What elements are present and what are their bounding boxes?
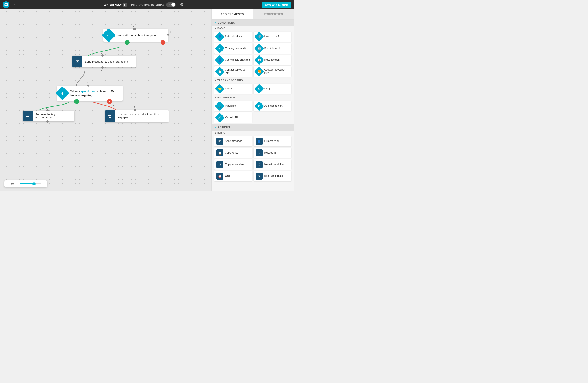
actions-label: ACTIONS (218, 126, 230, 129)
main-layout: 🏷 Wait until the tag is not_engaged 7 0 … (0, 9, 294, 192)
topbar-center: WATCH NOW ▶ INTERACTIVE TUTORIAL OFF ⚙ (28, 2, 259, 7)
copy-list-icon: 📋 (216, 150, 223, 156)
element-special-event[interactable]: 🆕 Special event (253, 43, 292, 54)
toggle-knob (171, 3, 175, 7)
basic-subsection: ▲ BASIC (211, 26, 294, 30)
save-publish-button[interactable]: Save and publish (261, 2, 292, 8)
contact-copied-icon: 📋 (215, 67, 225, 76)
app-logo (2, 1, 9, 8)
condition-link-node[interactable]: ⚙ When a specific link is clicked in E-b… (57, 86, 123, 101)
element-if-tag[interactable]: 🏷 If tag... (253, 84, 292, 94)
conditions-label: CONDITIONS (218, 21, 235, 24)
workflow-canvas[interactable]: 🏷 Wait until the tag is not_engaged 7 0 … (0, 9, 211, 192)
send-message-label: Send message: E-book retargeting (82, 58, 131, 65)
dot-label-0-rt: 0 (46, 107, 47, 109)
zoom-slider-thumb[interactable] (33, 182, 36, 185)
settings-button[interactable]: ⚙ (180, 2, 183, 7)
element-move-to-list[interactable]: → Move to list (253, 148, 292, 158)
element-message-opened[interactable]: ✉ Message opened? (214, 43, 252, 54)
dot-bottom-rt (46, 120, 49, 123)
dot-label-0-r: 0 (170, 31, 171, 33)
element-message-sent[interactable]: 💌 Message sent (253, 55, 292, 65)
remove-tag-label: Remove the tag: not_engaged (33, 111, 74, 121)
remove-list-label: Remove from current list and this workfl… (115, 110, 168, 122)
dot-top-rl (134, 109, 136, 111)
send-message-icon: ✉ (216, 138, 223, 145)
copy-workflow-icon: ⚙ (216, 161, 223, 168)
element-abandoned-cart[interactable]: 🛍 Abandoned cart (253, 101, 292, 111)
zoom-fit-button[interactable]: ◻ (6, 182, 9, 186)
element-wait[interactable]: ⏰ Wait (214, 171, 252, 181)
zoom-slider-fill (20, 183, 34, 184)
conditions-basic-grid: 👤 Subscribed via... 🔗 Link clicked? ✉ Me… (211, 30, 294, 78)
watch-now-button[interactable]: WATCH NOW ▶ (104, 3, 127, 7)
message-opened-icon: ✉ (215, 43, 225, 53)
dot-top-sm (101, 54, 104, 57)
no-count: 5 (113, 105, 114, 107)
zoom-frame-button[interactable]: ▭ (11, 182, 14, 186)
remove-list-node[interactable]: 🗑 Remove from current list and this work… (105, 110, 168, 122)
actions-basic-grid: ✉ Send message 👤 Custom field 📋 Copy to … (211, 135, 294, 183)
remove-tag-node[interactable]: 🏷 Remove the tag: not_engaged 0 0 (23, 111, 74, 121)
score-icon: ⭐ (215, 84, 225, 94)
dot-label-7c: 7 (101, 69, 102, 71)
link-clicked-icon: 🔗 (254, 32, 264, 41)
no-indicator-cl: ✕ (107, 99, 112, 104)
element-if-score[interactable]: ⭐ If score... (214, 84, 252, 94)
dot-label-4-rl: 4 (134, 106, 135, 109)
element-subscribed[interactable]: 👤 Subscribed via... (214, 32, 252, 42)
specific-link[interactable]: specific link (81, 90, 95, 93)
element-contact-moved[interactable]: 🔁 Contact moved to list? (253, 66, 292, 77)
actions-basic-subsection: ▲ BASIC (211, 131, 294, 135)
element-send-message[interactable]: ✉ Send message (214, 136, 252, 146)
tags-scoring-subsection: ▲ TAGS AND SCORING (211, 78, 294, 82)
dot-bottom-sm (101, 66, 104, 69)
zoom-out-button[interactable]: − (16, 182, 18, 186)
subscribed-icon: 👤 (215, 32, 225, 41)
tags-scoring-grid: ⭐ If score... 🏷 If tag... (211, 82, 294, 95)
special-event-icon: 🆕 (254, 43, 264, 53)
visited-url-icon: 🔗 (215, 113, 225, 122)
zoom-in-button[interactable]: + (43, 182, 45, 186)
tab-add-elements[interactable]: ADD ELEMENTS (211, 9, 253, 19)
element-custom-field[interactable]: 👤 Custom field (253, 136, 292, 146)
conditions-header[interactable]: ▼ CONDITIONS (211, 19, 294, 26)
element-move-to-workflow[interactable]: ⚙ Move to workflow (253, 159, 292, 170)
element-copy-to-workflow[interactable]: ⚙ Copy to workflow (214, 159, 252, 170)
watch-now-label: WATCH NOW (104, 3, 122, 6)
tutorial-toggle[interactable]: OFF (166, 2, 176, 7)
zoom-slider[interactable] (20, 183, 41, 184)
interactive-tutorial: INTERACTIVE TUTORIAL OFF (131, 2, 176, 7)
element-purchase[interactable]: 🛒 Purchase (214, 101, 252, 111)
zoom-controls: ◻ ▭ − + (4, 180, 47, 187)
send-message-node[interactable]: ✉ Send message: E-book retargeting 7 7 (72, 56, 136, 67)
abandoned-cart-icon: 🛍 (254, 101, 264, 111)
dot-top-cl (87, 84, 89, 87)
dot-top (133, 28, 136, 30)
topbar-nav: ← → (12, 2, 26, 7)
actions-arrow: ▼ (214, 126, 216, 129)
tutorial-label: INTERACTIVE TUTORIAL (131, 3, 165, 6)
element-remove-contact[interactable]: 🗑 Remove contact (253, 171, 292, 181)
move-workflow-icon: ⚙ (256, 161, 263, 168)
tag-icon: 🏷 (254, 84, 264, 94)
element-link-clicked[interactable]: 🔗 Link clicked? (253, 32, 292, 42)
actions-header[interactable]: ▼ ACTIONS (211, 124, 294, 131)
dot-right (167, 34, 169, 36)
undo-button[interactable]: ← (12, 2, 18, 7)
element-contact-copied[interactable]: 📋 Contact copied to list? (214, 66, 252, 77)
element-visited-url[interactable]: 🔗 Visited URL (214, 113, 252, 123)
wait-tag-node[interactable]: 🏷 Wait until the tag is not_engaged 7 0 … (103, 29, 168, 42)
element-copy-to-list[interactable]: 📋 Copy to list (214, 148, 252, 158)
dot-label-7b: 7 (101, 52, 102, 54)
redo-button[interactable]: → (20, 2, 26, 7)
dot-label-7d: 7 (87, 82, 88, 84)
tab-properties[interactable]: PROPERTIES (253, 9, 294, 19)
yes-count: 0 (72, 105, 73, 107)
wait-icon: ⏰ (216, 173, 223, 180)
custom-field-icon: 👤 (256, 138, 263, 145)
panel-tabs: ADD ELEMENTS PROPERTIES (211, 9, 294, 19)
contact-moved-icon: 🔁 (254, 67, 264, 76)
remove-contact-icon: 🗑 (256, 173, 263, 180)
element-custom-field-changed[interactable]: 👤 Custom field changed (214, 55, 252, 65)
